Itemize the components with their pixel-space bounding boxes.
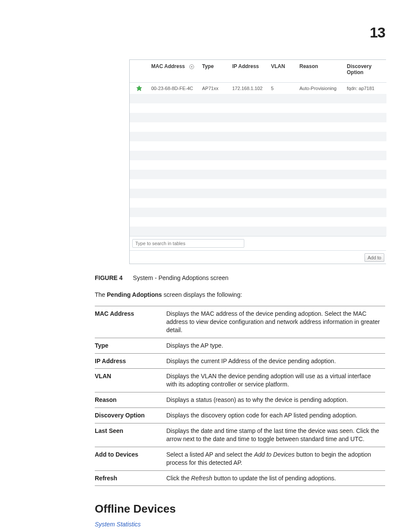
cell-vlan: 5 — [268, 83, 297, 94]
table-row[interactable]: 00-23-68-8D-FE-4CAP71xx172.168.1.1025Aut… — [130, 83, 386, 94]
table-row-empty — [130, 227, 386, 236]
definition-term: Last Seen — [95, 423, 164, 447]
table-footer: Add to — [130, 250, 386, 264]
add-to-devices-button[interactable]: Add to — [364, 253, 384, 262]
table-row-empty — [130, 94, 386, 103]
col-status[interactable] — [130, 60, 149, 83]
figure-caption-text: System - Pending Adoptions screen — [133, 274, 229, 281]
col-vlan[interactable]: VLAN — [268, 60, 297, 83]
table-row-empty — [130, 217, 386, 227]
col-label: MAC Address — [151, 63, 185, 69]
lead-paragraph: The Pending Adoptions screen displays th… — [95, 291, 385, 299]
definition-row: Last SeenDisplays the date and time stam… — [95, 423, 385, 447]
definition-desc: Displays the date and time stamp of the … — [164, 423, 385, 447]
cell-reason: Auto-Provisioning — [297, 83, 344, 94]
col-type[interactable]: Type — [199, 60, 230, 83]
col-discovery-option[interactable]: Discovery Option — [344, 60, 386, 83]
figure-caption: FIGURE 4System - Pending Adoptions scree… — [95, 274, 385, 281]
definition-term: MAC Address — [95, 306, 164, 338]
table-row-empty — [130, 103, 386, 113]
table-row-empty — [130, 208, 386, 217]
table-row-empty — [130, 189, 386, 198]
definition-term: VLAN — [95, 369, 164, 392]
table-row-empty — [130, 122, 386, 132]
definition-row: ReasonDisplays a status (reason) as to w… — [95, 392, 385, 408]
col-label: Type — [202, 63, 214, 69]
table-row-empty — [130, 151, 386, 160]
section-heading-offline-devices: Offline Devices — [95, 502, 385, 516]
table-row-empty — [130, 113, 386, 122]
definition-desc: Displays the VLAN the device pending ado… — [164, 369, 385, 392]
definition-desc: Click the Refresh button to update the l… — [164, 470, 385, 486]
definition-term: IP Address — [95, 353, 164, 369]
definition-row: MAC AddressDisplays the MAC address of t… — [95, 306, 385, 338]
definition-term: Type — [95, 338, 164, 353]
text: screen displays the following: — [162, 291, 242, 298]
definition-row: IP AddressDisplays the current IP Addres… — [95, 353, 385, 369]
col-label: IP Address — [232, 63, 259, 69]
definition-table: MAC AddressDisplays the MAC address of t… — [95, 306, 385, 486]
definition-desc: Displays the MAC address of the device p… — [164, 306, 385, 338]
table-row-empty — [130, 198, 386, 208]
definition-term: Discovery Option — [95, 408, 164, 423]
definition-desc: Select a listed AP and select the Add to… — [164, 447, 385, 470]
definition-term: Add to Devices — [95, 447, 164, 470]
definition-desc: Displays the discovery option code for e… — [164, 408, 385, 423]
col-ip-address[interactable]: IP Address — [230, 60, 268, 83]
col-mac-address[interactable]: MAC Address — [149, 60, 199, 83]
table-header: MAC Address Type IP Address VLAN Reason … — [130, 60, 386, 83]
col-reason[interactable]: Reason — [297, 60, 344, 83]
definition-row: Add to DevicesSelect a listed AP and sel… — [95, 447, 385, 470]
table-search-bar — [130, 236, 386, 250]
table-row-empty — [130, 160, 386, 170]
status-icon — [136, 85, 142, 91]
table-row-empty — [130, 141, 386, 151]
cell-type: AP71xx — [199, 83, 230, 94]
cell-ip: 172.168.1.102 — [230, 83, 268, 94]
definition-row: VLANDisplays the VLAN the device pending… — [95, 369, 385, 392]
search-input[interactable] — [132, 239, 244, 248]
pending-adoptions-table: MAC Address Type IP Address VLAN Reason … — [130, 60, 386, 236]
cell-disc: fqdn: ap7181 — [344, 83, 386, 94]
col-label: VLAN — [271, 63, 285, 69]
cell-mac: 00-23-68-8D-FE-4C — [149, 83, 199, 94]
table-row-empty — [130, 170, 386, 179]
page-number: 13 — [370, 24, 385, 41]
table-body: 00-23-68-8D-FE-4CAP71xx172.168.1.1025Aut… — [130, 83, 386, 236]
figure-label: FIGURE 4 — [95, 274, 123, 281]
pending-adoptions-bold: Pending Adoptions — [107, 291, 162, 298]
definition-row: Discovery OptionDisplays the discovery o… — [95, 408, 385, 423]
table-row-empty — [130, 179, 386, 189]
text: The — [95, 291, 107, 298]
definition-term: Refresh — [95, 470, 164, 486]
definition-desc: Displays the AP type. — [164, 338, 385, 353]
definition-term: Reason — [95, 392, 164, 408]
svg-point-1 — [191, 66, 192, 67]
col-label: Reason — [299, 63, 318, 69]
definition-row: RefreshClick the Refresh button to updat… — [95, 470, 385, 486]
pending-adoptions-screenshot: MAC Address Type IP Address VLAN Reason … — [129, 59, 386, 264]
system-statistics-link[interactable]: System Statistics — [95, 521, 385, 528]
sort-indicator-icon — [189, 64, 194, 69]
col-label: Discovery Option — [347, 63, 371, 75]
table-row-empty — [130, 132, 386, 141]
definition-desc: Displays the current IP Address of the d… — [164, 353, 385, 369]
definition-row: TypeDisplays the AP type. — [95, 338, 385, 353]
definition-desc: Displays a status (reason) as to why the… — [164, 392, 385, 408]
